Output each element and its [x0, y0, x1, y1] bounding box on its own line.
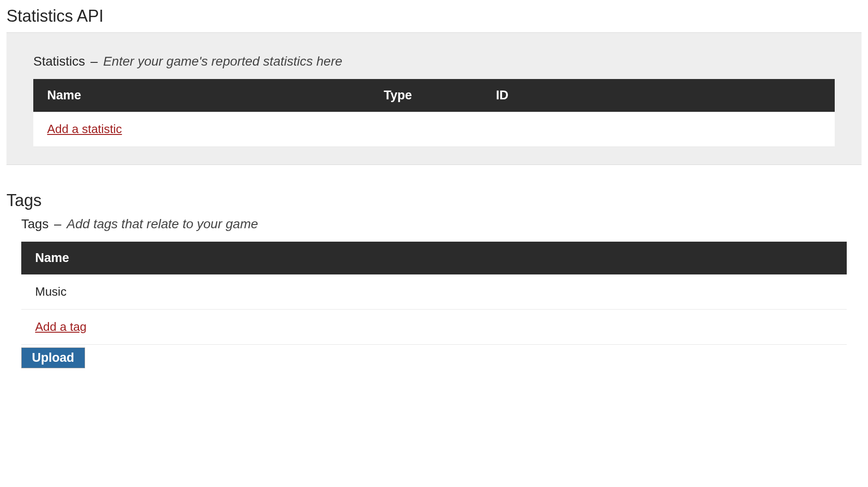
tags-sub-label: Tags [21, 217, 49, 231]
tags-heading: Tags [6, 191, 862, 210]
add-tag-link[interactable]: Add a tag [35, 320, 86, 334]
upload-button[interactable]: Upload [21, 347, 85, 368]
tags-panel: Tags – Add tags that relate to your game… [6, 217, 862, 368]
tags-sub-hint: Add tags that relate to your game [67, 217, 258, 231]
tags-table: Name Music Add a tag [21, 242, 847, 345]
tags-subheading: Tags – Add tags that relate to your game [21, 217, 847, 231]
statistics-add-row: Add a statistic [33, 112, 835, 147]
statistics-panel: Statistics – Enter your game's reported … [6, 32, 862, 165]
tags-col-name: Name [21, 242, 847, 274]
tags-sub-sep: – [50, 217, 65, 231]
statistics-col-type: Type [370, 79, 482, 112]
statistics-api-heading: Statistics API [6, 6, 862, 26]
add-statistic-link[interactable]: Add a statistic [47, 122, 122, 136]
tag-name-cell: Music [21, 274, 847, 310]
statistics-sub-label: Statistics [33, 54, 85, 68]
statistics-sub-sep: – [87, 54, 101, 68]
statistics-col-name: Name [33, 79, 370, 112]
table-row: Music [21, 274, 847, 310]
statistics-col-id: ID [482, 79, 835, 112]
statistics-sub-hint: Enter your game's reported statistics he… [103, 54, 342, 68]
statistics-subheading: Statistics – Enter your game's reported … [33, 54, 835, 69]
tags-add-row: Add a tag [21, 310, 847, 345]
statistics-table: Name Type ID Add a statistic [33, 79, 835, 147]
